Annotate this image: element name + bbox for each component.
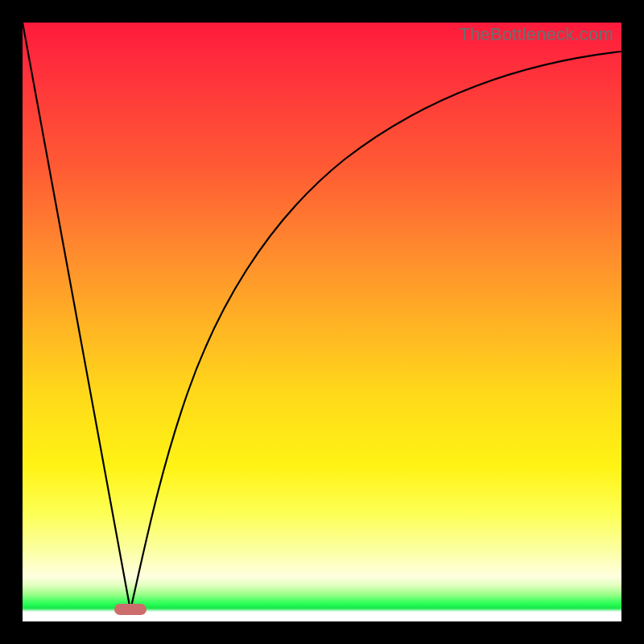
curve-right-branch (130, 52, 621, 610)
curve-left-branch (23, 23, 130, 610)
bottleneck-curve (23, 23, 621, 621)
plot-area: TheBottleneck.com (23, 23, 621, 621)
chart-frame: TheBottleneck.com (0, 0, 644, 644)
watermark-text: TheBottleneck.com (459, 24, 613, 45)
optimal-marker (114, 604, 147, 615)
